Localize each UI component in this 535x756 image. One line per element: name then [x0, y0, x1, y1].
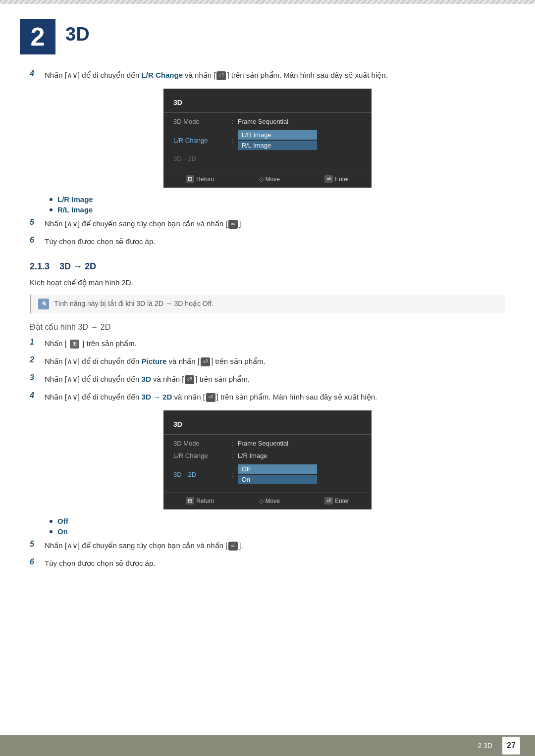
menu-row-3dmode-2: 3D Mode : Frame Sequential: [163, 437, 372, 450]
step-213-1: 1 Nhấn [ ⊞ ] trên sản phẩm.: [30, 338, 505, 350]
menu-screenshot-1: 3D 3D Mode : Frame Sequential L/R Change…: [163, 89, 372, 188]
step-213-6: 6 Tùy chọn được chọn sẽ được áp.: [30, 557, 505, 569]
page-footer: 2 3D 27: [0, 735, 535, 756]
enter-icon: ⏎: [324, 175, 333, 183]
step-4-prev: 4 Nhấn [∧∨] để di chuyển đến L/R Change …: [30, 69, 505, 81]
section-desc: Kích hoạt chế độ màn hình 2D.: [30, 277, 505, 289]
section-213-heading: 2.1.3 3D → 2D: [30, 261, 505, 272]
step-num-6: 6: [30, 236, 42, 245]
menu-title-1: 3D: [163, 96, 372, 113]
step-text-5: Nhấn [∧∨] để chuyển sang tùy chọn bạn cầ…: [45, 218, 243, 230]
footer-label: 2 3D: [478, 742, 492, 750]
enter-icon-2: ⏎: [324, 497, 333, 504]
return-icon: ⊞: [186, 175, 194, 183]
menu-row-lrchange-2: L/R Change : L/R Image: [163, 450, 372, 462]
step-num-5: 5: [30, 218, 42, 227]
bullet-off: Off: [50, 517, 505, 525]
menu-screenshot-2: 3D 3D Mode : Frame Sequential L/R Change…: [163, 410, 372, 509]
menu-row-lrchange: L/R Change : L/R Image R/L Image: [163, 128, 372, 152]
top-stripe: [0, 0, 535, 4]
off-on-bullet-list: Off On: [50, 517, 505, 536]
menu-footer-2: ⊞ Return ◇ Move ⏎ Enter: [163, 493, 372, 504]
bullet-lr-image: L/R Image: [50, 195, 505, 203]
menu-row-3dmode-1: 3D Mode : Frame Sequential: [163, 115, 372, 128]
step-5-prev: 5 Nhấn [∧∨] để chuyển sang tùy chọn bạn …: [30, 218, 505, 230]
step-213-5: 5 Nhấn [∧∨] để chuyển sang tùy chọn bạn …: [30, 540, 505, 552]
bullet-on: On: [50, 527, 505, 536]
footer-page-number: 27: [502, 737, 520, 755]
step-text-6: Tùy chọn được chọn sẽ được áp.: [45, 236, 155, 248]
chapter-header: 2 3D: [0, 4, 535, 64]
step-text-213-6: Tùy chọn được chọn sẽ được áp.: [45, 557, 155, 569]
note-box: ✎ Tính năng này bị tắt đi khi 3D là 2D →…: [30, 295, 505, 313]
step-6-prev: 6 Tùy chọn được chọn sẽ được áp.: [30, 236, 505, 248]
note-text: Tính năng này bị tắt đi khi 3D là 2D → 3…: [54, 299, 214, 309]
note-icon: ✎: [38, 299, 49, 309]
step-text-4: Nhấn [∧∨] để di chuyển đến L/R Change và…: [45, 69, 388, 81]
chapter-title: 3D: [65, 19, 90, 45]
step-213-4: 4 Nhấn [∧∨] để di chuyển đến 3D → 2D và …: [30, 391, 505, 403]
move-icon-2: ◇: [259, 498, 264, 504]
main-content: 4 Nhấn [∧∨] để di chuyển đến L/R Change …: [0, 64, 535, 605]
return-icon-2: ⊞: [186, 497, 194, 504]
step-213-2: 2 Nhấn [∧∨] để di chuyển đến Picture và …: [30, 355, 505, 367]
config-heading: Đặt cấu hình 3D → 2D: [30, 322, 505, 332]
step-num-4: 4: [30, 69, 42, 78]
menu-title-2: 3D: [163, 418, 372, 435]
menu-row-3d2d-placeholder-1: 3D→2D: [163, 152, 372, 165]
bullet-rl-image: R/L Image: [50, 205, 505, 214]
chapter-number: 2: [20, 19, 55, 54]
lr-bullet-list: L/R Image R/L Image: [50, 195, 505, 214]
step-213-3: 3 Nhấn [∧∨] để di chuyển đến 3D và nhấn …: [30, 373, 505, 385]
move-icon: ◇: [259, 176, 264, 183]
menu-row-3d2d: 3D→2D : Off On: [163, 462, 372, 487]
menu-footer-1: ⊞ Return ◇ Move ⏎ Enter: [163, 171, 372, 183]
